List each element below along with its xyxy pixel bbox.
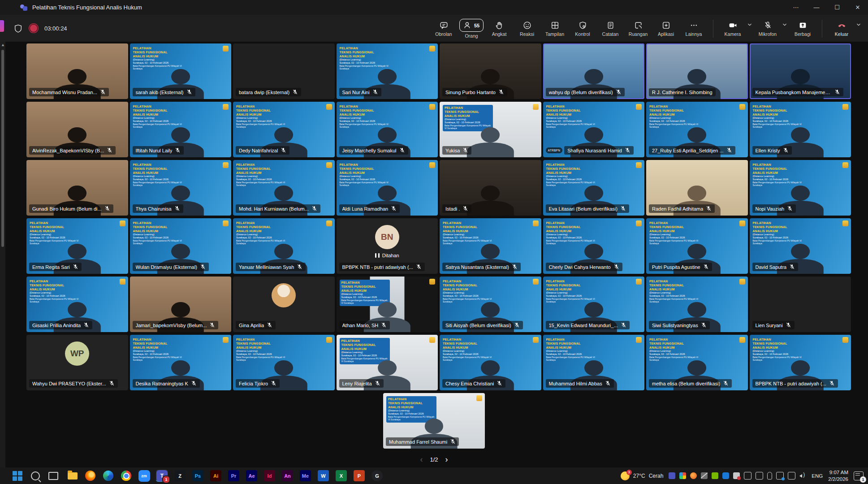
chat-button[interactable]: Obrolan [431, 18, 457, 37]
participant-tile[interactable]: Istadi . [440, 160, 541, 216]
scrollbar-up-arrow-icon[interactable]: ▲ [1, 43, 5, 47]
bt-tray-icon[interactable] [722, 472, 729, 479]
participant-tile[interactable]: PELATIHANTEKNIS FUNGSIONALANALIS HUKUM (… [440, 277, 541, 332]
camera-chevron-icon[interactable] [747, 22, 753, 28]
window-more-button[interactable]: ⋯ [786, 0, 806, 15]
participant-tile[interactable]: PELATIHANTEKNIS FUNGSIONALANALIS HUKUM (… [543, 102, 645, 157]
participant-tile[interactable]: Gina Aprilia [233, 277, 335, 332]
teams-taskbar-button[interactable]: T1 [156, 470, 168, 482]
rooms-button[interactable]: Ruangan [625, 18, 651, 37]
excel-taskbar-button[interactable]: X [335, 470, 347, 482]
mic-tray-icon[interactable] [767, 472, 772, 480]
participant-tile[interactable]: PELATIHANTEKNIS FUNGSIONALANALIS HUKUM (… [543, 160, 645, 216]
powerpoint-taskbar-button[interactable]: P [353, 470, 365, 482]
participant-tile[interactable]: Raden Fadhil Adhitama [646, 160, 748, 216]
illustrator-taskbar-button[interactable]: Ai [210, 470, 222, 482]
zoom-taskbar-button[interactable]: zm [138, 470, 150, 482]
photoshop-taskbar-button[interactable]: Ps [192, 470, 204, 482]
z-app-taskbar-button[interactable]: Z [174, 470, 186, 482]
window-close-button[interactable]: ✕ [847, 0, 868, 15]
language-indicator[interactable]: ENG [812, 473, 823, 479]
camera-button[interactable]: Kamera [720, 18, 746, 37]
participant-tile[interactable]: PELATIHANTEKNIS FUNGSIONALANALIS HUKUM (… [543, 218, 645, 274]
participant-tile[interactable]: batara dwip (Eksternal) [233, 43, 335, 99]
widgets-tray-icon[interactable] [679, 472, 686, 479]
participant-tile[interactable]: PELATIHANTEKNIS FUNGSIONALANALIS HUKUM (… [26, 277, 128, 332]
participant-tile[interactable]: Sinung Purbo Hartanto [440, 43, 541, 99]
participant-tile[interactable]: AlvinRezak_BapekomVISby (B... [26, 102, 128, 157]
firefox-taskbar-button[interactable] [84, 470, 96, 482]
participant-tile[interactable]: PELATIHANTEKNIS FUNGSIONALANALIS HUKUM (… [130, 335, 232, 390]
participant-tile[interactable]: PELATIHANTEKNIS FUNGSIONALANALIS HUKUM (… [130, 102, 232, 157]
participant-tile[interactable]: PELATIHANTEKNIS FUNGSIONALANALIS HUKUM (… [233, 335, 335, 390]
raise-hand-button[interactable]: Angkat [486, 18, 512, 37]
apps-button[interactable]: Aplikasi [653, 18, 679, 37]
microphone-chevron-icon[interactable] [782, 22, 788, 28]
participant-tile[interactable]: PELATIHANTEKNIS FUNGSIONALANALIS HUKUM (… [750, 335, 851, 390]
participant-tile[interactable]: BN Ditahan BPBPK NTB - putri adawiyah (.… [337, 218, 438, 274]
window-maximize-button[interactable]: ☐ [827, 0, 847, 15]
notes-button[interactable]: Catatan [597, 18, 623, 37]
participant-tile[interactable]: R J. Catherine I. Sihombing [646, 43, 748, 99]
gom-taskbar-button[interactable]: G [371, 470, 383, 482]
reactions-button[interactable]: Reaksi [514, 18, 540, 37]
participant-tile[interactable]: PELATIHANTEKNIS FUNGSIONALANALIS HUKUM (… [440, 102, 541, 157]
participant-tile[interactable]: PELATIHANTEKNIS FUNGSIONALANALIS HUKUM (… [130, 160, 232, 216]
participant-tile[interactable]: PELATIHANTEKNIS FUNGSIONALANALIS HUKUM (… [233, 102, 335, 157]
media-encoder-taskbar-button[interactable]: Me [299, 470, 311, 482]
hidden-tray-icon[interactable] [701, 472, 708, 479]
participant-tile[interactable]: PELATIHANTEKNIS FUNGSIONALANALIS HUKUM (… [646, 218, 748, 274]
usb-tray-icon[interactable] [744, 472, 751, 480]
previous-page-button[interactable]: ‹ [420, 455, 423, 464]
participant-tile[interactable]: PELATIHANTEKNIS FUNGSIONALANALIS HUKUM (… [383, 393, 485, 449]
scrollbar-thumb[interactable] [1, 50, 4, 247]
mon-tray-icon[interactable] [788, 472, 795, 480]
taskbar-clock[interactable]: 9:07 AM 2/2/2026 [828, 469, 848, 482]
participant-tile[interactable]: PELATIHANTEKNIS FUNGSIONALANALIS HUKUM (… [337, 43, 438, 99]
share-button[interactable]: Berbagi [790, 18, 816, 37]
window-minimize-button[interactable]: — [806, 0, 827, 15]
vol-tray-icon[interactable] [799, 472, 806, 479]
participant-tile[interactable]: Jamari_bapekomVIsby (Belum... [130, 277, 232, 332]
more-button[interactable]: Lainnya [681, 18, 707, 37]
snip-tray-icon[interactable] [756, 472, 763, 480]
sec-tray-icon[interactable] [733, 472, 740, 479]
participant-tile[interactable]: Kepala Pusbangkom Manajemen (... [750, 43, 851, 99]
control-button[interactable]: Kontrol [570, 18, 596, 37]
start-button[interactable] [12, 470, 23, 482]
weather-widget[interactable]: 3 27°C Cerah [621, 471, 664, 480]
browser-tray-icon[interactable] [690, 472, 697, 479]
word-taskbar-button[interactable]: W [317, 470, 329, 482]
participant-tile[interactable]: PELATIHANTEKNIS FUNGSIONALANALIS HUKUM (… [26, 218, 128, 274]
participant-tile[interactable]: PELATIHANTEKNIS FUNGSIONALANALIS HUKUM (… [130, 218, 232, 274]
participant-tile[interactable]: PELATIHANTEKNIS FUNGSIONALANALIS HUKUM (… [750, 102, 851, 157]
task-view-button[interactable] [48, 470, 59, 482]
notification-center-button[interactable]: 1 [854, 471, 864, 480]
microphone-button[interactable]: Mikrofon [755, 18, 781, 37]
teams-tray-icon[interactable] [669, 472, 675, 479]
participant-tile[interactable]: WP Wahyu Dwi PRASETYO (Ekster... [26, 335, 128, 390]
participant-tile[interactable]: PELATIHANTEKNIS FUNGSIONALANALIS HUKUM (… [337, 102, 438, 157]
participant-tile[interactable]: Gunadi Biro Hukum (Belum di... [26, 160, 128, 216]
premiere-taskbar-button[interactable]: Pr [228, 470, 240, 482]
disp-tray-icon[interactable] [776, 472, 784, 480]
nvidia-tray-icon[interactable] [712, 472, 718, 479]
participant-tile[interactable]: PELATIHANTEKNIS FUNGSIONALANALIS HUKUM (… [543, 277, 645, 332]
participant-tile[interactable]: Lien Suryani [750, 277, 851, 332]
participant-tile[interactable]: Mochammad Wisnu Pradan... [26, 43, 128, 99]
participant-tile[interactable]: PELATIHANTEKNIS FUNGSIONALANALIS HUKUM (… [233, 160, 335, 216]
participant-tile[interactable]: wahyu dp (Belum diverifikasi) [543, 43, 645, 99]
leave-chevron-icon[interactable] [855, 22, 862, 28]
file-explorer-taskbar-button[interactable] [66, 470, 78, 482]
participant-tile[interactable]: PELATIHANTEKNIS FUNGSIONALANALIS HUKUM (… [337, 277, 438, 332]
indesign-taskbar-button[interactable]: Id [263, 470, 276, 482]
participant-tile[interactable]: PELATIHANTEKNIS FUNGSIONALANALIS HUKUM (… [750, 218, 851, 274]
participant-tile[interactable]: PELATIHANTEKNIS FUNGSIONALANALIS HUKUM (… [543, 335, 645, 390]
participant-tile[interactable]: PELATIHANTEKNIS FUNGSIONALANALIS HUKUM (… [646, 102, 748, 157]
participant-tile[interactable]: PELATIHANTEKNIS FUNGSIONALANALIS HUKUM (… [646, 335, 748, 390]
participant-tile[interactable]: PELATIHANTEKNIS FUNGSIONALANALIS HUKUM (… [337, 160, 438, 216]
animate-taskbar-button[interactable]: An [281, 470, 294, 482]
leave-button[interactable]: Keluar [829, 18, 855, 37]
edge-taskbar-button[interactable] [102, 470, 114, 482]
participant-tile[interactable]: PELATIHANTEKNIS FUNGSIONALANALIS HUKUM (… [233, 218, 335, 274]
